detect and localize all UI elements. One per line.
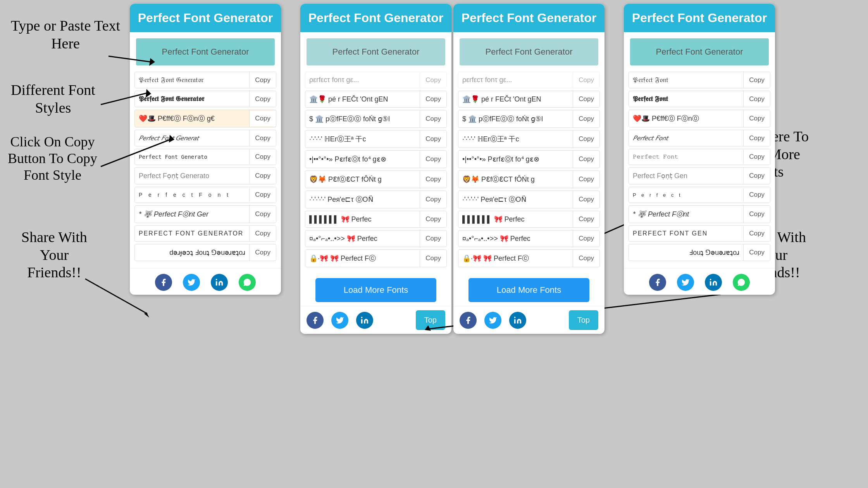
font-text-8: * 🐺 Perfect Fⓞnt Ger [135, 206, 250, 223]
p4-row-8: * 🐺 Perfect Fⓞnt Copy [629, 205, 770, 223]
font-text-1: 𝔓𝔢𝔯𝔣𝔢𝔠𝔱 𝔉𝔬𝔫𝔱 𝔊𝔢𝔫𝔢𝔯𝔞𝔱𝔬𝔯 [135, 72, 250, 88]
p2-font-row-0: ρεrfεcτ fοnτ gε... Copy [305, 72, 447, 88]
p4-copy-9[interactable]: Copy [744, 226, 770, 241]
whatsapp-share-btn[interactable] [239, 274, 256, 291]
p2-font-text-3: ∙'∙'∙'∙' ℍEr⓪王ª 干c [305, 131, 420, 148]
p2-copy-btn-0[interactable]: Copy [420, 72, 446, 88]
p3-twitter-btn[interactable] [484, 312, 501, 329]
p4-copy-7[interactable]: Copy [744, 187, 770, 203]
p4-fb-btn[interactable] [649, 274, 666, 291]
phone2: Perfect Font Generator Perfect Font Gene… [300, 4, 451, 334]
p4-text-7: P e r f e c t [629, 188, 744, 202]
annotation-click-copy: Click On CopyButton To CopyFont Style [8, 134, 97, 184]
p3-facebook-btn[interactable] [460, 312, 477, 329]
font-text-6: Perfect Fọṇṭ Generato [135, 168, 250, 184]
p3-top-button[interactable]: Top [569, 310, 598, 330]
p3-copy-5[interactable]: Copy [573, 172, 599, 187]
p3-row-3: ∙'∙'∙'∙' ℍEr⓪王ª 干c Copy [458, 130, 600, 148]
p4-copy-4[interactable]: Copy [744, 131, 770, 146]
phone3-title: Perfect Font Generator [461, 11, 597, 25]
p4-row-5: 𝙿𝚎𝚛𝚏𝚎𝚌𝚝 𝙵𝚘𝚗𝚝 Copy [629, 149, 770, 165]
font-text-2: 𝕻𝖊𝖗𝖋𝖊𝖈𝖙 𝕱𝖔𝖓𝖙 𝕲𝖊𝖓𝖊𝖗𝖆𝖙𝖔𝖗 [135, 91, 250, 107]
p2-linkedin-share-btn[interactable] [356, 312, 373, 329]
p3-copy-1[interactable]: Copy [573, 91, 599, 107]
p2-copy-btn-8[interactable]: Copy [420, 231, 446, 246]
p3-load-more-button[interactable]: Load More Fonts [468, 278, 589, 302]
p2-copy-btn-5[interactable]: Copy [420, 172, 446, 187]
p3-row-2: $ 🏛️ p⓪fFE⓪⓪ foŃt ɡ⑤l Copy [458, 110, 600, 128]
copy-btn-7[interactable]: Copy [250, 187, 276, 203]
p3-text-3: ∙'∙'∙'∙' ℍEr⓪王ª 干c [458, 131, 573, 148]
p3-linkedin-btn[interactable] [509, 312, 526, 329]
phone3-input[interactable]: Perfect Font Generator [460, 38, 598, 65]
p4-copy-6[interactable]: Copy [744, 168, 770, 184]
p3-copy-9[interactable]: Copy [573, 251, 599, 266]
p2-font-row-7: ▌▌▌▌▌▌ 🎀 Perfec Copy [305, 211, 447, 228]
p4-tw-btn[interactable] [677, 274, 694, 291]
p2-font-text-7: ▌▌▌▌▌▌ 🎀 Perfec [305, 211, 420, 227]
p4-row-2: 𝕻𝖊𝖗𝖋𝖊𝖈𝖙 𝕱𝖔𝖓𝖙 Copy [629, 91, 770, 107]
svg-point-15 [710, 279, 711, 280]
copy-btn-2[interactable]: Copy [250, 91, 276, 107]
font-row-8: * 🐺 Perfect Fⓞnt Ger Copy [134, 205, 276, 223]
phone1-input[interactable]: Perfect Font Generator [136, 38, 275, 65]
p3-copy-2[interactable]: Copy [573, 111, 599, 127]
copy-btn-4[interactable]: Copy [250, 131, 276, 146]
p2-copy-btn-4[interactable]: Copy [420, 151, 446, 167]
p2-copy-btn-3[interactable]: Copy [420, 131, 446, 147]
p4-copy-8[interactable]: Copy [744, 206, 770, 222]
p4-copy-10[interactable]: Copy [744, 245, 770, 260]
p4-copy-2[interactable]: Copy [744, 91, 770, 107]
copy-btn-6[interactable]: Copy [250, 168, 276, 184]
p2-font-text-9: 🔒·🎀 🎀 Perfect Fⓒ [305, 250, 420, 267]
phone4: Perfect Font Generator Perfect Font Gene… [624, 4, 775, 295]
p4-row-6: Perfect Fọṇṭ Gen Copy [629, 167, 770, 184]
p3-row-7: ▌▌▌▌▌▌ 🎀 Perfec Copy [458, 211, 600, 228]
p2-twitter-share-btn[interactable] [331, 312, 348, 329]
p3-copy-6[interactable]: Copy [573, 192, 599, 207]
copy-btn-5[interactable]: Copy [250, 149, 276, 165]
p4-copy-3[interactable]: Copy [744, 111, 770, 126]
p3-text-9: 🔒·🎀 🎀 Perfect Fⓒ [458, 250, 573, 267]
p3-copy-4[interactable]: Copy [573, 151, 599, 167]
copy-btn-3[interactable]: Copy [250, 111, 276, 126]
p3-row-4: •|••°•°•» PɛrfɛⓄt fo⁴ gɛ⊗ Copy [458, 150, 600, 168]
p3-copy-8[interactable]: Copy [573, 231, 599, 246]
p3-text-1: 🏛️🌹 pé r FEČt 'Ont gEN [458, 91, 573, 107]
copy-btn-1[interactable]: Copy [250, 72, 276, 88]
p3-copy-3[interactable]: Copy [573, 131, 599, 147]
p3-copy-7[interactable]: Copy [573, 211, 599, 227]
p4-row-1: 𝔓𝔢𝔯𝔣𝔢𝔠𝔱 𝔉𝔬𝔫𝔱 Copy [629, 72, 770, 88]
p2-copy-btn-2[interactable]: Copy [420, 111, 446, 127]
p2-font-row-3: ∙'∙'∙'∙' ℍEr⓪王ª 干c Copy [305, 130, 447, 148]
p2-font-row-9: 🔒·🎀 🎀 Perfect Fⓒ Copy [305, 249, 447, 267]
phone4-input[interactable]: Perfect Font Generator [630, 38, 769, 65]
font-row-6: Perfect Fọṇṭ Generato Copy [134, 167, 276, 184]
p3-copy-0[interactable]: Copy [573, 72, 599, 88]
phone2-input[interactable]: Perfect Font Generator [307, 38, 445, 65]
p2-copy-btn-6[interactable]: Copy [420, 192, 446, 207]
p4-copy-5[interactable]: Copy [744, 149, 770, 165]
facebook-share-btn[interactable] [155, 274, 172, 291]
p4-li-btn[interactable] [705, 274, 722, 291]
copy-btn-9[interactable]: Copy [250, 226, 276, 241]
phone4-title: Perfect Font Generator [632, 11, 767, 25]
phone3-header: Perfect Font Generator [453, 4, 604, 32]
p4-copy-1[interactable]: Copy [744, 72, 770, 88]
p2-copy-btn-7[interactable]: Copy [420, 211, 446, 227]
p2-copy-btn-1[interactable]: Copy [420, 91, 446, 107]
font-row-4: 𝘗𝘦𝘳𝘧𝘦𝘤𝘵 𝘍𝘰𝘯𝘵 𝘎𝘦𝘯𝘦𝘳𝘢𝘵 Copy [134, 130, 276, 146]
phone4-input-text: Perfect Font Generator [656, 47, 743, 57]
copy-btn-10[interactable]: Copy [250, 245, 276, 260]
copy-btn-8[interactable]: Copy [250, 206, 276, 222]
p2-copy-btn-9[interactable]: Copy [420, 251, 446, 266]
p4-row-10: ɹoʇɐɹǝuǝ⅁ ʇuoℲ Copy [629, 244, 770, 261]
linkedin-share-btn[interactable] [211, 274, 228, 291]
p2-font-row-6: ∙'∙'∙'∙'∙' Peя'e⊏τ ⓪ON̈ Copy [305, 191, 447, 208]
phone2-header: Perfect Font Generator [300, 4, 451, 32]
p2-facebook-share-btn[interactable] [307, 312, 324, 329]
p4-wa-btn[interactable] [733, 274, 750, 291]
load-more-button[interactable]: Load More Fonts [315, 278, 436, 302]
top-button[interactable]: Top [416, 310, 445, 330]
twitter-share-btn[interactable] [183, 274, 200, 291]
